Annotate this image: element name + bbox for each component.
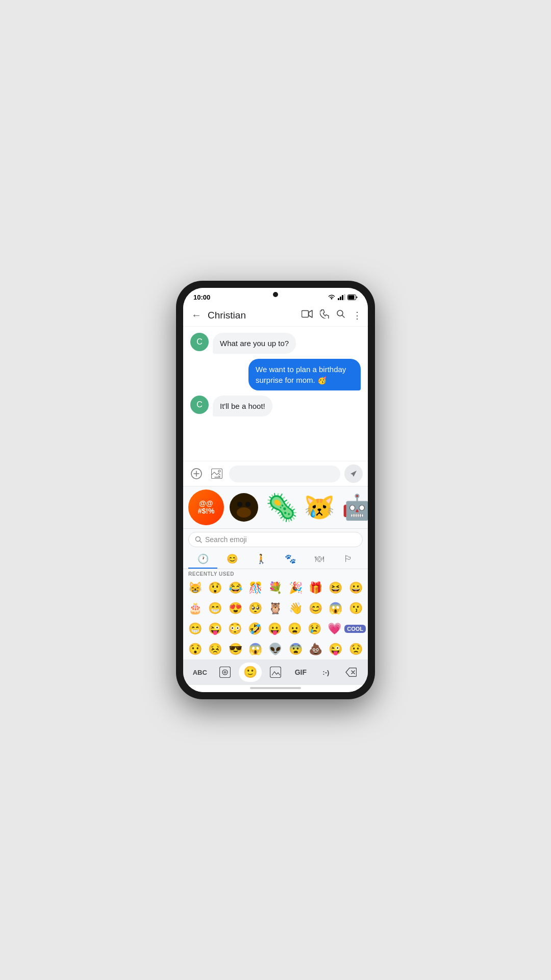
sticker-text[interactable]: @@#$!% (188, 489, 224, 525)
avatar: C (190, 333, 209, 351)
emoji-cell[interactable]: 😨 (286, 639, 306, 659)
header-actions: ⋮ (302, 309, 362, 321)
message-bubble: We want to plan a birthday surprise for … (248, 359, 361, 390)
kb-gif-button[interactable]: GIF (289, 665, 312, 679)
emoji-cell[interactable]: 😱 (245, 639, 265, 659)
battery-icon (347, 295, 358, 300)
emoji-cell[interactable]: 👽 (265, 639, 285, 659)
emoji-cell[interactable]: 😁 (205, 598, 225, 619)
message-input[interactable] (229, 465, 340, 482)
emoji-cell[interactable]: 😀 (346, 578, 366, 598)
svg-point-3 (337, 310, 343, 316)
status-time: 10:00 (193, 293, 210, 301)
video-call-button[interactable] (302, 309, 313, 321)
emoji-cell[interactable]: 😜 (325, 639, 345, 659)
emoji-cell[interactable]: 😆 (325, 578, 345, 598)
more-options-button[interactable]: ⋮ (353, 310, 362, 321)
emoji-cell[interactable]: 😯 (185, 639, 205, 659)
tab-animals[interactable]: 🐾 (276, 550, 305, 569)
svg-point-11 (196, 537, 201, 542)
svg-point-8 (237, 502, 242, 507)
kb-sticker2-button[interactable] (264, 664, 287, 681)
emoji-cell[interactable]: 😛 (265, 619, 285, 639)
keyboard-bottom-bar: ABC 🙂 GIF :-) (183, 659, 368, 685)
wifi-icon (328, 294, 336, 300)
emoji-cell-cool[interactable]: COOL (344, 619, 366, 639)
emoji-cell[interactable]: 😳 (225, 619, 245, 639)
emoji-cell[interactable]: 💗 (324, 619, 344, 639)
message-row: C It'll be a hoot! (190, 396, 361, 416)
emoji-cell[interactable]: 🥺 (245, 598, 265, 619)
svg-point-6 (218, 470, 220, 472)
send-button[interactable] (344, 464, 363, 483)
emoji-cell[interactable]: 🤣 (245, 619, 265, 639)
chat-area: C What are you up to? We want to plan a … (183, 327, 368, 461)
svg-rect-1 (348, 295, 355, 299)
kb-emoji-button[interactable]: 🙂 (239, 663, 262, 682)
tab-smileys[interactable]: 😊 (217, 550, 246, 569)
emoji-cell[interactable]: 😜 (205, 619, 225, 639)
emoji-cell[interactable]: 🎁 (306, 578, 325, 598)
add-button[interactable] (188, 465, 205, 482)
gif-label: GIF (295, 668, 307, 676)
emoji-grid-row3: 😁 😜 😳 🤣 😛 😦 😢 💗 COOL (183, 619, 368, 639)
emoji-cell[interactable]: 😟 (346, 639, 366, 659)
emoji-cell[interactable]: 🦉 (265, 598, 285, 619)
phone-frame: 10:00 (176, 281, 375, 699)
emoji-cell[interactable]: 👋 (286, 598, 306, 619)
kb-emoticon-button[interactable]: :-) (314, 666, 337, 679)
emoji-cell[interactable]: 😣 (205, 639, 225, 659)
signal-icon (338, 294, 345, 300)
emoji-cell[interactable]: 😊 (306, 598, 325, 619)
sticker-row: @@#$!% 🦠 😿 🤖 (183, 486, 368, 528)
phone-call-button[interactable] (320, 309, 329, 321)
emoji-cell[interactable]: 💐 (265, 578, 285, 598)
svg-point-10 (237, 507, 251, 518)
tab-food[interactable]: 🍽 (305, 550, 334, 569)
emoji-cell[interactable]: 😢 (305, 619, 324, 639)
emoji-cell[interactable]: 😸 (185, 578, 205, 598)
contact-name: Christian (208, 310, 297, 321)
emoji-cell[interactable]: 🎂 (185, 598, 205, 619)
emoji-cell[interactable]: 😗 (346, 598, 366, 619)
avatar: C (190, 396, 209, 414)
back-button[interactable]: ← (189, 307, 204, 323)
search-button[interactable] (336, 309, 345, 321)
emoji-cell[interactable]: 😲 (205, 578, 225, 598)
emoji-cell[interactable]: 😁 (185, 619, 205, 639)
sticker-sad[interactable]: 😿 (302, 489, 337, 525)
home-bar (250, 687, 301, 689)
emoji-cell[interactable]: 😦 (285, 619, 305, 639)
kb-delete-button[interactable] (340, 665, 363, 680)
emoji-cell[interactable]: 🎉 (286, 578, 306, 598)
cool-badge[interactable]: COOL (344, 625, 366, 633)
emoji-cell[interactable]: 💩 (306, 639, 325, 659)
svg-rect-2 (302, 311, 309, 317)
emoji-section-label: RECENTLY USED (183, 569, 368, 578)
sticker-robot[interactable]: 🤖 (339, 489, 368, 525)
abc-label: ABC (193, 669, 207, 676)
emoji-cell[interactable]: 😂 (226, 578, 245, 598)
home-indicator (183, 685, 368, 692)
emoji-cell[interactable]: 😍 (226, 598, 245, 619)
emoji-cell[interactable]: 🎊 (245, 578, 265, 598)
phone-screen: 10:00 (183, 288, 368, 692)
sticker-germ[interactable]: 🦠 (264, 489, 299, 525)
emoji-search-row: Search emoji (183, 529, 368, 550)
sticker-face[interactable] (226, 489, 262, 525)
emoji-cell[interactable]: 😱 (325, 598, 345, 619)
tab-flags[interactable]: 🏳 (334, 550, 363, 569)
emoji-cell[interactable]: 😎 (226, 639, 245, 659)
emoji-tabs: 🕐 😊 🚶 🐾 🍽 🏳 (183, 550, 368, 569)
kb-abc-button[interactable]: ABC (188, 666, 211, 679)
svg-rect-14 (270, 667, 281, 678)
emoji-search-box[interactable]: Search emoji (188, 532, 363, 547)
tab-recent[interactable]: 🕐 (188, 550, 217, 569)
app-header: ← Christian (183, 304, 368, 327)
kb-sticker-button[interactable] (213, 664, 236, 681)
emoji-grid-row4: 😯 😣 😎 😱 👽 😨 💩 😜 😟 (183, 639, 368, 659)
camera-dot (273, 292, 278, 297)
image-button[interactable] (209, 465, 225, 482)
tab-people[interactable]: 🚶 (246, 550, 276, 569)
message-bubble: What are you up to? (213, 333, 296, 354)
